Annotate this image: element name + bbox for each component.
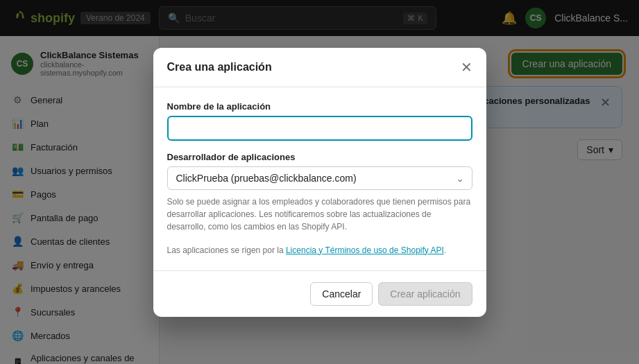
modal-body: Nombre de la aplicación Desarrollador de…: [153, 87, 486, 270]
modal-header: Crea una aplicación ✕: [153, 48, 486, 87]
cancel-button[interactable]: Cancelar: [310, 282, 373, 306]
modal: Crea una aplicación ✕ Nombre de la aplic…: [153, 48, 486, 317]
developer-label: Desarrollador de aplicaciones: [167, 152, 472, 162]
legal-text: Las aplicaciones se rigen por la Licenci…: [167, 244, 472, 257]
app-name-label: Nombre de la aplicación: [167, 101, 472, 112]
app-name-input[interactable]: [167, 116, 472, 141]
legal-link[interactable]: Licencia y Términos de uso de Shopify AP…: [286, 245, 444, 255]
modal-overlay[interactable]: Crea una aplicación ✕ Nombre de la aplic…: [0, 0, 639, 364]
modal-title: Crea una aplicación: [167, 61, 272, 73]
modal-close-button[interactable]: ✕: [461, 59, 472, 76]
modal-footer: Cancelar Crear aplicación: [153, 270, 486, 317]
developer-select-wrapper: ClickPrueba (pruebas@clickbalance.com): [167, 166, 472, 190]
developer-group: Desarrollador de aplicaciones ClickPrueb…: [167, 152, 472, 233]
create-app-modal-button[interactable]: Crear aplicación: [378, 282, 472, 306]
developer-help-text: Solo se puede asignar a los empleados y …: [167, 196, 472, 233]
app-name-group: Nombre de la aplicación: [167, 101, 472, 141]
developer-select[interactable]: ClickPrueba (pruebas@clickbalance.com): [167, 166, 472, 190]
